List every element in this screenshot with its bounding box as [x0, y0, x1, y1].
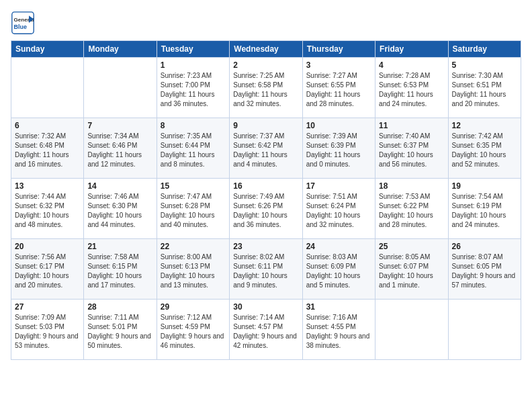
day-number: 22 — [161, 242, 226, 251]
page-header: General Blue — [11, 11, 521, 35]
calendar-cell: 23Sunrise: 8:02 AM Sunset: 6:11 PM Dayli… — [230, 239, 302, 300]
calendar-cell: 31Sunrise: 7:16 AM Sunset: 4:55 PM Dayli… — [302, 300, 375, 360]
day-detail: Sunrise: 7:53 AM Sunset: 6:22 PM Dayligh… — [379, 192, 444, 230]
day-number: 24 — [306, 242, 371, 251]
calendar-cell: 21Sunrise: 7:58 AM Sunset: 6:15 PM Dayli… — [84, 239, 157, 300]
day-number: 9 — [233, 121, 298, 130]
calendar-cell: 19Sunrise: 7:54 AM Sunset: 6:19 PM Dayli… — [448, 179, 521, 239]
calendar-cell: 10Sunrise: 7:39 AM Sunset: 6:39 PM Dayli… — [302, 118, 375, 179]
calendar-cell: 6Sunrise: 7:32 AM Sunset: 6:48 PM Daylig… — [11, 118, 84, 179]
calendar-cell — [84, 58, 157, 118]
day-detail: Sunrise: 7:46 AM Sunset: 6:30 PM Dayligh… — [87, 192, 152, 230]
day-detail: Sunrise: 7:12 AM Sunset: 4:59 PM Dayligh… — [161, 313, 226, 351]
day-detail: Sunrise: 7:54 AM Sunset: 6:19 PM Dayligh… — [452, 192, 517, 230]
calendar-cell: 20Sunrise: 7:56 AM Sunset: 6:17 PM Dayli… — [11, 239, 84, 300]
week-row-2: 6Sunrise: 7:32 AM Sunset: 6:48 PM Daylig… — [11, 118, 521, 179]
day-detail: Sunrise: 8:00 AM Sunset: 6:13 PM Dayligh… — [161, 253, 226, 290]
day-number: 31 — [306, 302, 371, 312]
day-detail: Sunrise: 7:35 AM Sunset: 6:44 PM Dayligh… — [161, 132, 226, 169]
calendar-cell: 26Sunrise: 8:07 AM Sunset: 6:05 PM Dayli… — [448, 239, 521, 300]
day-detail: Sunrise: 7:42 AM Sunset: 6:35 PM Dayligh… — [452, 132, 517, 169]
day-number: 3 — [306, 60, 371, 70]
day-detail: Sunrise: 8:05 AM Sunset: 6:07 PM Dayligh… — [379, 253, 444, 290]
day-detail: Sunrise: 7:32 AM Sunset: 6:48 PM Dayligh… — [15, 132, 80, 169]
calendar-cell: 4Sunrise: 7:28 AM Sunset: 6:53 PM Daylig… — [375, 58, 448, 118]
day-number: 19 — [452, 181, 517, 191]
day-number: 10 — [306, 121, 371, 130]
calendar-cell: 12Sunrise: 7:42 AM Sunset: 6:35 PM Dayli… — [448, 118, 521, 179]
calendar-cell: 27Sunrise: 7:09 AM Sunset: 5:03 PM Dayli… — [11, 300, 84, 360]
day-detail: Sunrise: 8:02 AM Sunset: 6:11 PM Dayligh… — [233, 253, 298, 290]
calendar-cell: 14Sunrise: 7:46 AM Sunset: 6:30 PM Dayli… — [84, 179, 157, 239]
day-number: 13 — [15, 181, 80, 191]
day-detail: Sunrise: 7:25 AM Sunset: 6:58 PM Dayligh… — [233, 71, 298, 109]
day-detail: Sunrise: 8:03 AM Sunset: 6:09 PM Dayligh… — [306, 253, 371, 290]
week-row-1: 1Sunrise: 7:23 AM Sunset: 7:00 PM Daylig… — [11, 58, 521, 118]
day-detail: Sunrise: 7:30 AM Sunset: 6:51 PM Dayligh… — [452, 71, 517, 109]
calendar-cell: 13Sunrise: 7:44 AM Sunset: 6:32 PM Dayli… — [11, 179, 84, 239]
calendar-table: SundayMondayTuesdayWednesdayThursdayFrid… — [11, 40, 521, 360]
calendar-cell: 28Sunrise: 7:11 AM Sunset: 5:01 PM Dayli… — [84, 300, 157, 360]
calendar-cell: 11Sunrise: 7:40 AM Sunset: 6:37 PM Dayli… — [375, 118, 448, 179]
day-number: 29 — [161, 302, 226, 312]
day-number: 2 — [233, 60, 298, 70]
day-detail: Sunrise: 7:34 AM Sunset: 6:46 PM Dayligh… — [87, 132, 152, 169]
weekday-header-thursday: Thursday — [302, 41, 375, 58]
day-number: 20 — [15, 242, 80, 251]
svg-text:Blue: Blue — [14, 24, 28, 30]
week-row-4: 20Sunrise: 7:56 AM Sunset: 6:17 PM Dayli… — [11, 239, 521, 300]
calendar-cell: 18Sunrise: 7:53 AM Sunset: 6:22 PM Dayli… — [375, 179, 448, 239]
day-detail: Sunrise: 7:23 AM Sunset: 7:00 PM Dayligh… — [161, 71, 226, 109]
day-detail: Sunrise: 8:07 AM Sunset: 6:05 PM Dayligh… — [452, 253, 517, 290]
calendar-cell: 7Sunrise: 7:34 AM Sunset: 6:46 PM Daylig… — [84, 118, 157, 179]
calendar-cell — [448, 300, 521, 360]
day-number: 6 — [15, 121, 80, 130]
weekday-header-row: SundayMondayTuesdayWednesdayThursdayFrid… — [11, 41, 521, 58]
day-number: 26 — [452, 242, 517, 251]
day-number: 8 — [161, 121, 226, 130]
day-detail: Sunrise: 7:28 AM Sunset: 6:53 PM Dayligh… — [379, 71, 444, 109]
day-detail: Sunrise: 7:39 AM Sunset: 6:39 PM Dayligh… — [306, 132, 371, 169]
day-number: 5 — [452, 60, 517, 70]
day-detail: Sunrise: 7:56 AM Sunset: 6:17 PM Dayligh… — [15, 253, 80, 290]
calendar-cell: 15Sunrise: 7:47 AM Sunset: 6:28 PM Dayli… — [157, 179, 229, 239]
day-number: 11 — [379, 121, 444, 130]
calendar-cell — [375, 300, 448, 360]
logo: General Blue — [11, 11, 38, 35]
calendar-cell: 30Sunrise: 7:14 AM Sunset: 4:57 PM Dayli… — [230, 300, 302, 360]
calendar-cell: 24Sunrise: 8:03 AM Sunset: 6:09 PM Dayli… — [302, 239, 375, 300]
calendar-cell: 16Sunrise: 7:49 AM Sunset: 6:26 PM Dayli… — [230, 179, 302, 239]
weekday-header-wednesday: Wednesday — [230, 41, 302, 58]
calendar-cell: 17Sunrise: 7:51 AM Sunset: 6:24 PM Dayli… — [302, 179, 375, 239]
calendar-cell: 29Sunrise: 7:12 AM Sunset: 4:59 PM Dayli… — [157, 300, 229, 360]
day-detail: Sunrise: 7:49 AM Sunset: 6:26 PM Dayligh… — [233, 192, 298, 230]
day-number: 28 — [87, 302, 152, 312]
day-number: 30 — [233, 302, 298, 312]
calendar-cell — [11, 58, 84, 118]
week-row-5: 27Sunrise: 7:09 AM Sunset: 5:03 PM Dayli… — [11, 300, 521, 360]
day-number: 17 — [306, 181, 371, 191]
day-number: 27 — [15, 302, 80, 312]
weekday-header-tuesday: Tuesday — [157, 41, 229, 58]
day-detail: Sunrise: 7:14 AM Sunset: 4:57 PM Dayligh… — [233, 313, 298, 351]
calendar-cell: 8Sunrise: 7:35 AM Sunset: 6:44 PM Daylig… — [157, 118, 229, 179]
day-number: 25 — [379, 242, 444, 251]
day-number: 4 — [379, 60, 444, 70]
calendar-cell: 9Sunrise: 7:37 AM Sunset: 6:42 PM Daylig… — [230, 118, 302, 179]
calendar-cell: 3Sunrise: 7:27 AM Sunset: 6:55 PM Daylig… — [302, 58, 375, 118]
day-number: 12 — [452, 121, 517, 130]
day-number: 18 — [379, 181, 444, 191]
day-number: 16 — [233, 181, 298, 191]
day-detail: Sunrise: 7:44 AM Sunset: 6:32 PM Dayligh… — [15, 192, 80, 230]
week-row-3: 13Sunrise: 7:44 AM Sunset: 6:32 PM Dayli… — [11, 179, 521, 239]
day-number: 21 — [87, 242, 152, 251]
day-number: 1 — [161, 60, 226, 70]
day-number: 14 — [87, 181, 152, 191]
day-detail: Sunrise: 7:40 AM Sunset: 6:37 PM Dayligh… — [379, 132, 444, 169]
calendar-cell: 25Sunrise: 8:05 AM Sunset: 6:07 PM Dayli… — [375, 239, 448, 300]
logo-icon: General Blue — [11, 11, 35, 35]
weekday-header-monday: Monday — [84, 41, 157, 58]
day-detail: Sunrise: 7:16 AM Sunset: 4:55 PM Dayligh… — [306, 313, 371, 351]
day-number: 7 — [87, 121, 152, 130]
day-detail: Sunrise: 7:58 AM Sunset: 6:15 PM Dayligh… — [87, 253, 152, 290]
